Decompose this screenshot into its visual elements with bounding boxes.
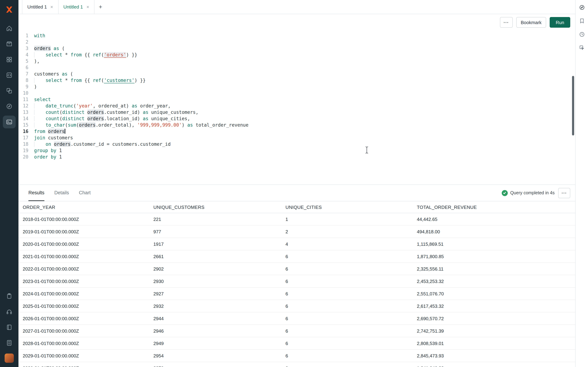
table-cell: 977 (153, 229, 285, 234)
tab-results[interactable]: Results (28, 185, 44, 201)
table-cell: 2932 (153, 303, 285, 309)
table-cell: 2944 (153, 316, 285, 321)
table-cell: 6 (285, 316, 417, 321)
notebook-icon[interactable] (3, 321, 16, 334)
editor-caret (65, 129, 65, 134)
table-cell: 1917 (153, 241, 285, 247)
tab-untitled-1[interactable]: Untitled 1 × (22, 0, 58, 14)
results-status-area: Query completed in 4s ⋯ (502, 185, 570, 201)
hex-logo-icon[interactable] (4, 4, 15, 15)
table-row[interactable]: 2027-01-01T00:00:00.000Z294662,742,751.3… (18, 325, 575, 337)
code-text: orders as ( (34, 45, 65, 52)
code-line[interactable]: 4 select * from {{ ref('orders') }} (18, 52, 575, 58)
table-cell: 6 (285, 291, 417, 296)
right-sidebar (575, 0, 588, 367)
code-text: to_char(sum(orders.order_total), '999,99… (34, 122, 248, 128)
apps-icon[interactable] (3, 84, 16, 97)
table-row[interactable]: 2021-01-01T00:00:00.000Z266161,871,800.8… (18, 250, 575, 263)
column-header[interactable]: UNIQUE_CITIES (285, 204, 417, 210)
table-body: 2018-01-01T00:00:00.000Z221144,442.65201… (18, 213, 575, 367)
code-line[interactable]: 17join customers (18, 135, 575, 141)
code-line[interactable]: 8 select * from {{ ref('customers') }} (18, 77, 575, 84)
line-number: 12 (18, 103, 34, 109)
sql-editor[interactable]: 1with23orders as (4 select * from {{ ref… (18, 31, 575, 184)
code-line[interactable]: 5), (18, 58, 575, 65)
bookmark-icon[interactable] (577, 16, 586, 25)
table-row[interactable]: 2019-01-01T00:00:00.000Z9772494,818.00 (18, 225, 575, 238)
sql-cell-icon[interactable] (3, 69, 16, 82)
code-line[interactable]: 18 on orders.customer_id = customers.cus… (18, 141, 575, 148)
code-line[interactable]: 14 count(distinct orders.location_id) as… (18, 116, 575, 122)
tab-untitled-2[interactable]: Untitled 1 × (58, 0, 95, 14)
bookmark-button[interactable]: Bookmark (516, 17, 546, 28)
user-avatar[interactable] (5, 353, 14, 363)
code-line[interactable]: 6 (18, 65, 575, 71)
new-tab-button[interactable]: + (95, 0, 106, 14)
code-line[interactable]: 19group by 1 (18, 148, 575, 154)
line-number: 13 (18, 109, 34, 116)
table-row[interactable]: 2018-01-01T00:00:00.000Z221144,442.65 (18, 213, 575, 225)
code-line[interactable]: 7customers as ( (18, 71, 575, 77)
table-row[interactable]: 2029-01-01T00:00:00.000Z295462,845,473.9… (18, 350, 575, 362)
line-number: 17 (18, 135, 34, 141)
tab-chart[interactable]: Chart (79, 185, 91, 201)
line-number: 7 (18, 71, 34, 77)
code-line[interactable]: 3orders as ( (18, 45, 575, 52)
column-header[interactable]: ORDER_YEAR (18, 204, 153, 210)
line-number: 8 (18, 77, 34, 84)
code-line[interactable]: 16from orders (18, 128, 575, 135)
table-cell: 494,818.00 (417, 229, 575, 234)
code-line[interactable]: 9) (18, 84, 575, 90)
table-row[interactable]: 2020-01-01T00:00:00.000Z191741,115,869.5… (18, 238, 575, 250)
terminal-icon[interactable] (3, 116, 16, 128)
home-icon[interactable] (3, 22, 16, 35)
data-archive-icon[interactable] (3, 38, 16, 50)
table-cell: 2019-01-01T00:00:00.000Z (18, 229, 153, 234)
code-line[interactable]: 20order by 1 (18, 154, 575, 160)
table-row[interactable]: 2022-01-01T00:00:00.000Z290262,325,556.1… (18, 263, 575, 275)
tab-details[interactable]: Details (54, 185, 69, 201)
table-cell: 2,808,539.01 (417, 341, 575, 346)
code-text: ), (34, 58, 40, 65)
code-text: ) (34, 84, 37, 90)
code-line[interactable]: 13 count(distinct orders.customer_id) as… (18, 109, 575, 116)
code-line[interactable]: 11select (18, 96, 575, 103)
results-more-button[interactable]: ⋯ (558, 188, 570, 198)
table-row[interactable]: 2030-01-01T00:00:00.000Z287961,841,049.3… (18, 362, 575, 367)
run-button[interactable]: Run (550, 17, 570, 28)
line-number: 16 (18, 128, 34, 135)
code-line[interactable]: 10 (18, 90, 575, 96)
calculator-icon[interactable] (3, 336, 16, 349)
code-line[interactable]: 2 (18, 39, 575, 45)
editor-scrollbar[interactable] (572, 76, 574, 135)
table-row[interactable]: 2025-01-01T00:00:00.000Z293262,617,453.3… (18, 300, 575, 312)
table-cell: 2030-01-01T00:00:00.000Z (18, 365, 153, 367)
app-root: Untitled 1 × Untitled 1 × + ⋯ Bookmark R… (0, 0, 588, 367)
code-line[interactable]: 12 date_trunc('year', ordered_at) as ord… (18, 103, 575, 109)
table-row[interactable]: 2026-01-01T00:00:00.000Z294462,690,570.7… (18, 312, 575, 325)
column-header[interactable]: UNIQUE_CUSTOMERS (153, 204, 285, 210)
clipboard-icon[interactable] (3, 290, 16, 302)
code-text: on orders.customer_id = customers.custom… (34, 141, 171, 148)
table-cell: 2025-01-01T00:00:00.000Z (18, 303, 153, 309)
close-icon[interactable]: × (86, 5, 89, 9)
table-cell: 2,690,570.72 (417, 316, 575, 321)
compass-icon[interactable] (577, 3, 586, 12)
more-options-button[interactable]: ⋯ (500, 17, 512, 28)
pointer-select-icon[interactable] (577, 43, 586, 52)
table-row[interactable]: 2024-01-01T00:00:00.000Z292762,551,076.7… (18, 288, 575, 300)
code-text: order by 1 (34, 154, 62, 160)
table-cell: 2023-01-01T00:00:00.000Z (18, 279, 153, 284)
history-clock-icon[interactable] (577, 30, 586, 39)
column-header[interactable]: TOTAL_ORDER_REVENUE (417, 204, 575, 210)
table-row[interactable]: 2028-01-01T00:00:00.000Z294962,808,539.0… (18, 337, 575, 350)
code-line[interactable]: 1with (18, 33, 575, 39)
explore-compass-icon[interactable] (3, 100, 16, 113)
code-line[interactable]: 15 to_char(sum(orders.order_total), '999… (18, 122, 575, 128)
support-headset-icon[interactable] (3, 305, 16, 318)
close-icon[interactable]: × (51, 5, 53, 9)
table-row[interactable]: 2023-01-01T00:00:00.000Z293062,453,253.3… (18, 275, 575, 288)
code-text: with (34, 33, 45, 39)
grid-icon[interactable] (3, 53, 16, 66)
code-text: customers as ( (34, 71, 73, 77)
